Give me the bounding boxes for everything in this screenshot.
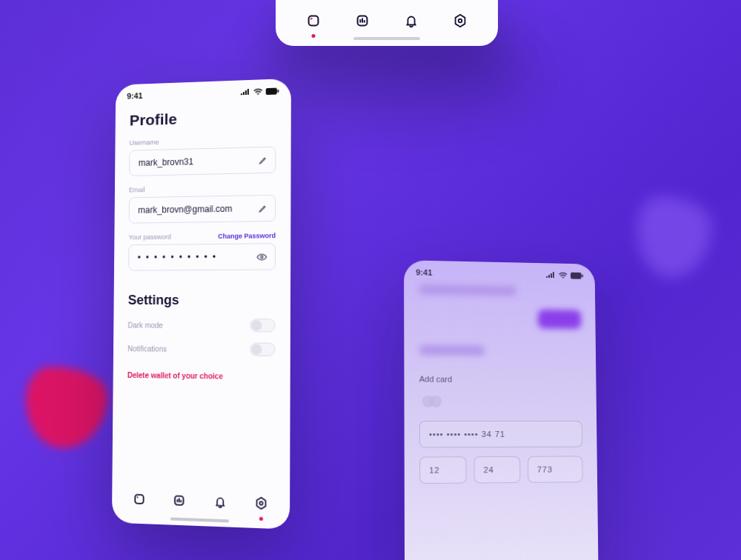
nav-active-dot: [259, 517, 263, 521]
wifi-icon: [253, 88, 263, 95]
bell-icon: [213, 494, 227, 510]
username-label: Username: [130, 136, 276, 147]
card-month-value: 12: [429, 466, 439, 475]
card-cvv-value: 773: [537, 465, 553, 474]
svg-rect-13: [571, 272, 582, 279]
card-month-field[interactable]: 12: [419, 456, 467, 484]
tabbar-bottom: [112, 479, 290, 530]
card-year-field[interactable]: 24: [474, 456, 521, 484]
battery-icon: [571, 272, 583, 279]
status-time: 9:41: [127, 91, 142, 100]
nav-alerts-button[interactable]: [396, 6, 426, 36]
decorative-blob-purple: [637, 196, 711, 278]
addcard-label: Add card: [419, 375, 582, 384]
delete-wallet-link[interactable]: Delete wallet of your choice: [127, 371, 276, 381]
status-indicators: [240, 87, 279, 96]
password-field[interactable]: • • • • • • • • • •: [128, 243, 276, 270]
bell-icon: [403, 13, 419, 29]
svg-marker-11: [257, 498, 266, 510]
svg-point-12: [260, 501, 263, 504]
nav-home-button[interactable]: [124, 484, 153, 514]
change-password-link[interactable]: Change Password: [218, 232, 276, 240]
wifi-icon: [559, 272, 568, 279]
svg-point-7: [261, 256, 263, 258]
status-indicators: [545, 272, 583, 279]
blurred-header-area: [404, 279, 596, 367]
svg-marker-3: [456, 15, 465, 27]
battery-icon: [266, 87, 279, 95]
svg-point-4: [459, 19, 462, 23]
mastercard-icon: [419, 396, 582, 408]
stats-icon: [354, 13, 370, 29]
phone-profile-mockup: 9:41 Profile Username mark_brovn31 Email…: [112, 79, 291, 530]
svg-point-9: [136, 496, 138, 498]
nav-settings-button[interactable]: [445, 6, 475, 36]
username-field[interactable]: mark_brovn31: [129, 147, 276, 176]
password-label: Your password: [128, 233, 170, 241]
settings-heading: Settings: [128, 293, 276, 308]
password-value: • • • • • • • • • •: [138, 252, 217, 263]
username-value: mark_brovn31: [139, 156, 193, 168]
edit-icon[interactable]: [258, 204, 268, 213]
svg-rect-6: [277, 89, 279, 92]
card-number-value: •••• •••• •••• 34 71: [429, 430, 505, 439]
svg-rect-14: [582, 274, 583, 277]
eye-icon[interactable]: [256, 251, 268, 262]
gear-icon: [452, 13, 468, 29]
notifications-label: Notifications: [127, 344, 167, 353]
setting-dark-mode: Dark mode: [127, 319, 275, 333]
nav-home-button[interactable]: [299, 6, 328, 36]
signal-icon: [545, 272, 556, 279]
nav-active-dot: [312, 34, 316, 38]
svg-point-1: [310, 18, 313, 20]
blurred-button: [538, 310, 581, 329]
card-number-field[interactable]: •••• •••• •••• 34 71: [419, 421, 582, 447]
tabbar-fragment-top: [276, 0, 498, 46]
dark-mode-label: Dark mode: [127, 321, 162, 329]
stats-icon: [172, 493, 187, 508]
nav-settings-button[interactable]: [246, 487, 276, 519]
card-year-value: 24: [484, 465, 494, 474]
gear-icon: [254, 496, 269, 511]
email-value: mark_brovn@gmail.com: [138, 204, 232, 216]
status-time: 9:41: [416, 267, 432, 276]
profile-heading: Profile: [130, 107, 276, 130]
home-icon: [132, 492, 147, 507]
email-label: Email: [129, 184, 276, 194]
nav-alerts-button[interactable]: [205, 487, 235, 518]
dark-mode-toggle[interactable]: [250, 319, 275, 332]
home-icon: [305, 13, 322, 29]
svg-rect-8: [135, 495, 143, 504]
card-cvv-field[interactable]: 773: [528, 456, 583, 482]
svg-rect-5: [266, 87, 277, 95]
edit-icon[interactable]: [258, 155, 268, 164]
decorative-blob-red: [26, 367, 107, 448]
svg-rect-0: [309, 16, 319, 26]
notifications-toggle[interactable]: [250, 342, 275, 356]
email-field[interactable]: mark_brovn@gmail.com: [129, 195, 276, 224]
nav-stats-button[interactable]: [348, 6, 377, 36]
setting-notifications: Notifications: [127, 341, 275, 356]
phone-addcard-mockup: 9:41 Add card •••• •••• •••• 34 71 12 24…: [404, 260, 599, 560]
signal-icon: [240, 88, 250, 95]
nav-stats-button[interactable]: [165, 485, 194, 516]
